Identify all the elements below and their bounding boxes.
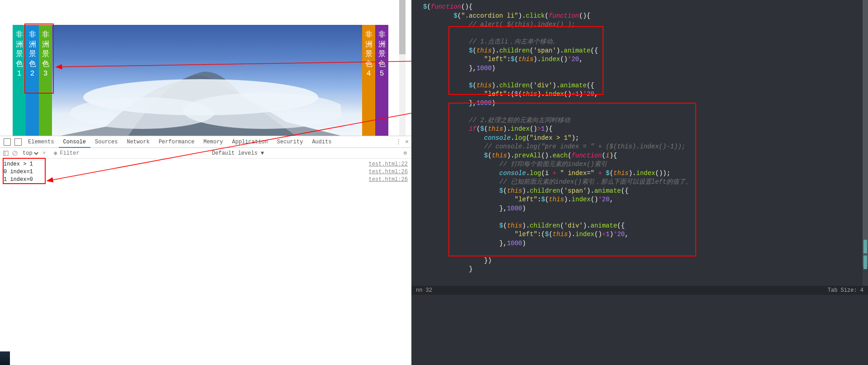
mountain-image (61, 54, 341, 136)
tab-number: 5 (375, 69, 388, 79)
tab-number: 2 (26, 69, 39, 79)
svg-rect-3 (4, 151, 8, 156)
svg-line-6 (13, 152, 17, 155)
preview-scrollbar[interactable] (399, 0, 406, 136)
accordion-tab-5[interactable]: 非洲景色5 (375, 25, 388, 136)
tab-number: 4 (362, 69, 375, 79)
accordion-tab-4[interactable]: 非洲景色4 (362, 25, 375, 136)
accordion-tab-3[interactable]: 非洲景色3 (39, 25, 52, 136)
taskbar-sliver (0, 351, 10, 365)
editor-scrollbar[interactable] (863, 0, 868, 286)
tab-number: 3 (39, 69, 52, 79)
svg-point-2 (183, 93, 341, 129)
console-sidebar-icon[interactable] (3, 150, 9, 156)
console-source-link[interactable]: test.html:22 (369, 161, 408, 168)
console-output: index > 1 test.html:22 0 index=1 test.ht… (0, 159, 411, 185)
console-toolbar: top ▼ ◉ Default levels ▼ ⚙ (0, 148, 411, 159)
editor-statusbar: nn 32 Tab Size: 4 (411, 286, 868, 295)
device-toggle-icon[interactable] (14, 138, 22, 146)
tab-memory[interactable]: Memory (199, 136, 227, 148)
context-selector[interactable]: top (21, 150, 40, 157)
accordion-tab-1[interactable]: 非洲景色1 (13, 25, 26, 136)
tab-label: 非洲景色 (13, 30, 26, 69)
clear-console-icon[interactable] (12, 150, 18, 156)
page-preview: 非洲景色1 非洲景色2 非洲景色3 非洲景色4 非洲景色5 (0, 0, 406, 136)
tab-sources[interactable]: Sources (90, 136, 122, 148)
editor-empty-area (411, 295, 868, 365)
tab-elements[interactable]: Elements (24, 136, 59, 148)
tab-performance[interactable]: Performance (154, 136, 199, 148)
tab-label: 非洲景色 (39, 30, 52, 69)
devtools-close-icon[interactable]: ✕ (405, 138, 409, 145)
console-row: 0 index=1 test.html:26 (4, 168, 408, 176)
accordion-tab-2[interactable]: 非洲景色2 (26, 25, 39, 136)
devtools-menu-icon[interactable]: ⋮ (396, 138, 401, 145)
status-column: nn 32 (416, 287, 432, 294)
filter-input[interactable] (60, 150, 150, 156)
tab-label: 非洲景色 (26, 30, 39, 69)
tab-application[interactable]: Application (227, 136, 272, 148)
tab-console[interactable]: Console (59, 136, 90, 148)
console-source-link[interactable]: test.html:26 (369, 168, 408, 176)
devtools-tabbar: Elements Console Sources Network Perform… (0, 136, 411, 148)
scrollbar-thumb[interactable] (863, 0, 868, 267)
code-editor-pane: $(function(){ $(".accordion li").click(f… (411, 0, 868, 365)
browser-pane: 非洲景色1 非洲景色2 非洲景色3 非洲景色4 非洲景色5 Elements C… (0, 0, 411, 365)
inspect-icon[interactable] (4, 138, 11, 146)
tab-label: 非洲景色 (362, 30, 375, 69)
devtools: Elements Console Sources Network Perform… (0, 136, 411, 365)
minimap-marker (863, 240, 867, 253)
console-message: 1 index=0 (4, 176, 33, 184)
tab-audits[interactable]: Audits (307, 136, 336, 148)
tab-number: 1 (13, 69, 26, 79)
live-expression-icon[interactable]: ◉ (54, 150, 57, 156)
console-message: index > 1 (4, 161, 33, 168)
console-settings-icon[interactable]: ⚙ (404, 150, 407, 156)
tab-security[interactable]: Security (273, 136, 308, 148)
console-source-link[interactable]: test.html:26 (369, 176, 408, 184)
tab-label: 非洲景色 (375, 30, 388, 69)
status-tabsize[interactable]: Tab Size: 4 (828, 287, 863, 294)
console-row: 1 index=0 test.html:26 (4, 176, 408, 184)
console-message: 0 index=1 (4, 168, 33, 176)
log-levels-dropdown[interactable]: Default levels ▼ (212, 150, 264, 156)
code-area[interactable]: $(function(){ $(".accordion li").click(f… (411, 0, 868, 286)
minimap-marker (863, 256, 867, 269)
tab-network[interactable]: Network (122, 136, 154, 148)
accordion-widget: 非洲景色1 非洲景色2 非洲景色3 非洲景色4 非洲景色5 (13, 25, 388, 136)
console-row: index > 1 test.html:22 (4, 161, 408, 168)
scrollbar-thumb[interactable] (399, 0, 406, 54)
